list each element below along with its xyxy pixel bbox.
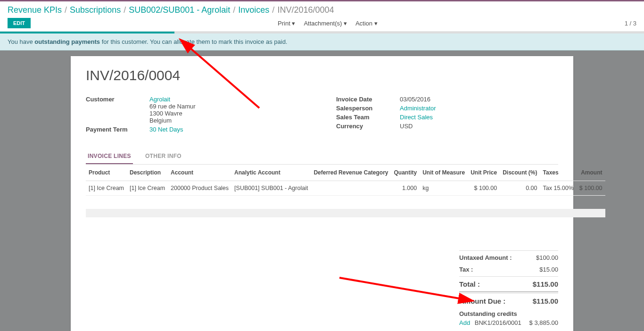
payment-term-link[interactable]: 30 Net Days	[149, 126, 183, 133]
outstanding-line: Add BNK1/2016/0001 $ 3,885.00	[459, 319, 558, 326]
col-product: Product	[86, 165, 127, 181]
cell-unit-price: $ 100.00	[468, 181, 500, 196]
action-menu[interactable]: Action ▾	[355, 20, 378, 27]
invoice-date-label: Invoice Date	[336, 96, 400, 103]
annotation-arrow-2	[335, 273, 476, 312]
canvas: INV/2016/0004 Customer Agrolait 69 rue d…	[0, 50, 644, 331]
status-bar	[0, 32, 644, 33]
total-value: $115.00	[533, 280, 558, 288]
crumb-subscriptions[interactable]: Subscriptions	[70, 5, 121, 15]
total-label: Total :	[459, 280, 480, 288]
outstanding-title: Outstanding credits	[459, 310, 558, 317]
crumb-current: INV/2016/0004	[277, 5, 334, 15]
crumb-sep: /	[272, 5, 274, 15]
crumb-sep: /	[124, 5, 126, 15]
due-value: $115.00	[533, 297, 558, 305]
payment-term-label: Payment Term	[86, 126, 149, 133]
customer-value: Agrolait 69 rue de Namur 1300 Wavre Belg…	[149, 96, 308, 124]
invoice-date-value: 03/05/2016	[400, 96, 558, 103]
row-total: Total : $115.00	[459, 278, 558, 290]
col-amount: Amount	[577, 165, 605, 181]
col-uom: Unit of Measure	[420, 165, 468, 181]
salesperson-label: Salesperson	[336, 105, 400, 112]
col-qty: Quantity	[391, 165, 420, 181]
cell-description: [1] Ice Cream	[127, 181, 168, 196]
untaxed-label: Untaxed Amount :	[459, 254, 512, 261]
caret-down-icon: ▾	[344, 20, 347, 27]
customer-country: Belgium	[149, 117, 172, 124]
col-unit-price: Unit Price	[468, 165, 500, 181]
cell-analytic: [SUB001] SUB001 - Agrolait	[231, 181, 311, 196]
crumb-invoices[interactable]: Invoices	[238, 5, 269, 15]
field-payment-term: Payment Term 30 Net Days	[86, 126, 308, 133]
currency-label: Currency	[336, 123, 400, 130]
col-account: Account	[168, 165, 231, 181]
attachments-menu[interactable]: Attachment(s) ▾	[304, 20, 347, 27]
cell-discount: 0.00	[500, 181, 540, 196]
col-description: Description	[127, 165, 168, 181]
outstanding-credits: Outstanding credits Add BNK1/2016/0001 $…	[459, 310, 558, 326]
field-customer: Customer Agrolait 69 rue de Namur 1300 W…	[86, 96, 308, 124]
add-credit-link[interactable]: Add	[459, 319, 470, 326]
cell-product: [1] Ice Cream	[86, 181, 127, 196]
toolbar-center: Print ▾ Attachment(s) ▾ Action ▾	[31, 20, 625, 27]
crumb-revenue-kpis[interactable]: Revenue KPIs	[8, 5, 62, 15]
crumb-sub-ref[interactable]: SUB002/SUB001 - Agrolait	[129, 5, 230, 15]
tax-label: Tax :	[459, 266, 473, 273]
tax-value: $15.00	[539, 266, 558, 273]
crumb-sep: /	[233, 5, 235, 15]
print-menu[interactable]: Print ▾	[278, 20, 295, 27]
tabs: INVOICE LINES OTHER INFO	[86, 149, 558, 165]
tab-other-info[interactable]: OTHER INFO	[143, 149, 183, 164]
table-spacer	[86, 196, 605, 209]
svg-line-1	[339, 278, 462, 299]
notice-post: for this customer. You can allocate them…	[100, 38, 287, 45]
cell-qty: 1.000	[391, 181, 420, 196]
customer-street: 69 rue de Namur	[149, 103, 196, 110]
header: Revenue KPIs / Subscriptions / SUB002/SU…	[0, 1, 644, 32]
col-discount: Discount (%)	[500, 165, 540, 181]
fields: Customer Agrolait 69 rue de Namur 1300 W…	[86, 96, 558, 135]
table-header-row: Product Description Account Analytic Acc…	[86, 165, 605, 181]
tab-invoice-lines[interactable]: INVOICE LINES	[86, 149, 133, 164]
salesperson-link[interactable]: Administrator	[400, 105, 436, 112]
row-amount-due: Amount Due : $115.00	[459, 295, 558, 307]
caret-down-icon: ▾	[292, 20, 295, 27]
breadcrumb: Revenue KPIs / Subscriptions / SUB002/SU…	[8, 5, 636, 15]
notice-strong: outstanding payments	[34, 38, 100, 45]
sales-team-label: Sales Team	[336, 114, 400, 121]
crumb-sep: /	[65, 5, 67, 15]
print-label: Print	[278, 20, 290, 27]
outstanding-notice: You have outstanding payments for this c…	[0, 33, 644, 50]
toolbar: EDIT Print ▾ Attachment(s) ▾ Action ▾ 1 …	[8, 18, 636, 31]
customer-label: Customer	[86, 96, 149, 124]
untaxed-value: $100.00	[536, 254, 558, 261]
sales-team-link[interactable]: Direct Sales	[400, 114, 433, 121]
col-analytic: Analytic Account	[231, 165, 311, 181]
field-invoice-date: Invoice Date 03/05/2016	[336, 96, 558, 103]
cell-uom: kg	[420, 181, 468, 196]
credit-ref: BNK1/2016/0001	[475, 319, 521, 326]
cell-taxes: Tax 15.00%	[540, 181, 577, 196]
customer-city: 1300 Wavre	[149, 110, 182, 117]
field-sales-team: Sales Team Direct Sales	[336, 114, 558, 121]
col-deferred: Deferred Revenue Category	[311, 165, 391, 181]
field-salesperson: Salesperson Administrator	[336, 105, 558, 112]
edit-button[interactable]: EDIT	[8, 18, 31, 28]
invoice-title: INV/2016/0004	[86, 67, 558, 83]
table-row[interactable]: [1] Ice Cream [1] Ice Cream 200000 Produ…	[86, 181, 605, 196]
col-taxes: Taxes	[540, 165, 577, 181]
invoice-sheet: INV/2016/0004 Customer Agrolait 69 rue d…	[71, 56, 573, 331]
pager[interactable]: 1 / 3	[625, 20, 636, 27]
currency-value: USD	[400, 123, 558, 130]
table-filler	[86, 209, 605, 217]
row-tax: Tax : $15.00	[459, 264, 558, 275]
row-untaxed: Untaxed Amount : $100.00	[459, 252, 558, 264]
credit-amount: $ 3,885.00	[529, 319, 558, 326]
cell-amount: $ 100.00	[577, 181, 605, 196]
due-label: Amount Due :	[459, 297, 505, 305]
customer-link[interactable]: Agrolait	[149, 96, 170, 103]
field-currency: Currency USD	[336, 123, 558, 130]
invoice-lines-table: Product Description Account Analytic Acc…	[86, 165, 605, 217]
cell-account: 200000 Product Sales	[168, 181, 231, 196]
